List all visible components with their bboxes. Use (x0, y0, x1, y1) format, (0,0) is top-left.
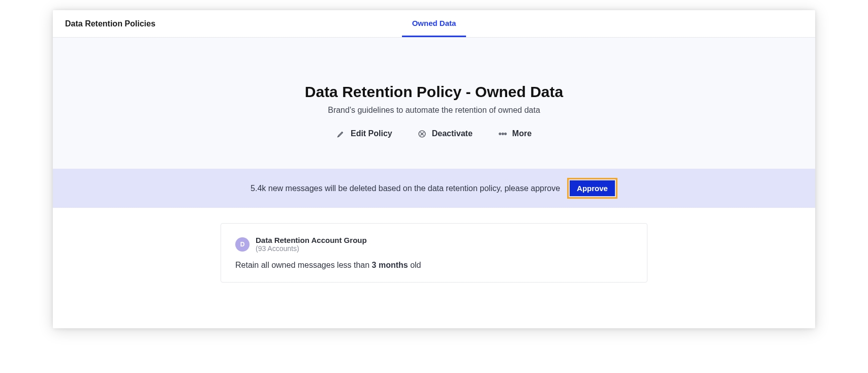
card-body-strong: 3 months (372, 261, 408, 269)
deactivate-button[interactable]: Deactivate (418, 129, 473, 138)
avatar: D (235, 237, 250, 252)
card-body-prefix: Retain all owned messages less than (235, 261, 372, 269)
card-title: Data Retention Account Group (256, 236, 367, 244)
avatar-letter: D (240, 241, 245, 248)
edit-icon (336, 129, 346, 138)
content-area: D Data Retention Account Group (93 Accou… (53, 208, 815, 328)
deactivate-label: Deactivate (432, 129, 473, 138)
approve-button-label: Approve (577, 184, 608, 193)
edit-policy-label: Edit Policy (351, 129, 392, 138)
tabs-container: Owned Data (402, 10, 467, 37)
topbar: Data Retention Policies Owned Data (53, 10, 815, 38)
more-button[interactable]: ••• More (498, 129, 532, 138)
approve-highlight: Approve (567, 178, 617, 199)
tab-owned-data[interactable]: Owned Data (402, 10, 467, 37)
card-titles: Data Retention Account Group (93 Account… (256, 236, 367, 253)
card-body: Retain all owned messages less than 3 mo… (235, 261, 633, 270)
approve-button[interactable]: Approve (570, 180, 615, 196)
tab-label: Owned Data (412, 19, 456, 27)
approval-banner: 5.4k new messages will be deleted based … (53, 169, 815, 208)
edit-policy-button[interactable]: Edit Policy (336, 129, 392, 138)
page-title: Data Retention Policies (65, 19, 156, 28)
cancel-circle-icon (418, 129, 427, 138)
more-label: More (512, 129, 532, 138)
card-body-suffix: old (408, 261, 421, 269)
account-group-card: D Data Retention Account Group (93 Accou… (221, 223, 647, 283)
action-row: Edit Policy Deactivate ••• More (53, 129, 815, 138)
app-window: Data Retention Policies Owned Data Data … (53, 10, 815, 328)
hero-title: Data Retention Policy - Owned Data (53, 83, 815, 101)
card-subtitle: (93 Accounts) (256, 244, 367, 253)
more-dots-icon: ••• (498, 129, 507, 138)
hero-section: Data Retention Policy - Owned Data Brand… (53, 38, 815, 169)
hero-subtitle: Brand's guidelines to automate the reten… (53, 106, 815, 115)
card-header: D Data Retention Account Group (93 Accou… (235, 236, 633, 253)
banner-text: 5.4k new messages will be deleted based … (251, 184, 560, 193)
